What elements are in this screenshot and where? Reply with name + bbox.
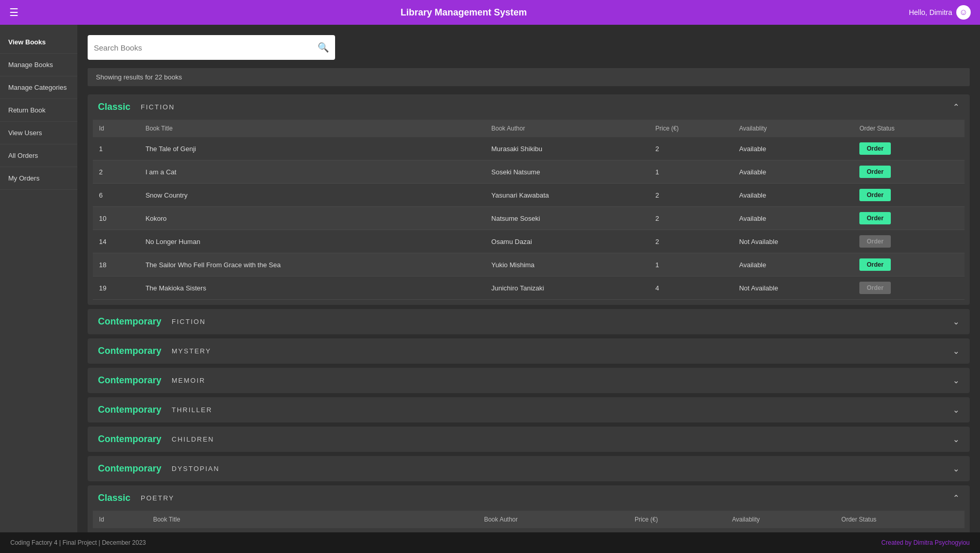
category-genre-5: Children bbox=[172, 435, 214, 443]
book-author: Soseki Natsume bbox=[485, 160, 649, 184]
order-button-0-1[interactable]: Order bbox=[859, 166, 891, 178]
chevron-icon-5: ⌄ bbox=[953, 434, 959, 444]
sidebar-item-return-book[interactable]: Return Book bbox=[0, 99, 77, 122]
category-section-4: Contemporary Thriller ⌄ bbox=[88, 397, 970, 422]
table-row: 14 No Longer Human Osamu Dazai 2 Not Ava… bbox=[93, 230, 965, 253]
book-availability: Available bbox=[733, 137, 854, 160]
col-price: Price (€) bbox=[649, 120, 733, 137]
book-title: Snow Country bbox=[139, 184, 485, 207]
order-button-0-5[interactable]: Order bbox=[859, 258, 891, 271]
footer-credit-prefix: Created by bbox=[882, 539, 913, 546]
sidebar-item-all-orders[interactable]: All Orders bbox=[0, 144, 77, 167]
search-input[interactable] bbox=[94, 43, 318, 52]
category-name-7: Classic bbox=[98, 493, 130, 503]
col-id: Id bbox=[93, 511, 147, 528]
category-header-3[interactable]: Contemporary Memoir ⌄ bbox=[88, 368, 970, 393]
book-author: Murasaki Shikibu bbox=[485, 137, 649, 160]
order-button-0-3[interactable]: Order bbox=[859, 212, 891, 224]
sidebar-item-view-books[interactable]: View Books bbox=[0, 31, 77, 54]
col-title: Book Title bbox=[139, 120, 485, 137]
chevron-icon-1: ⌄ bbox=[953, 317, 959, 327]
book-title: I am a Cat bbox=[139, 160, 485, 184]
category-header-2[interactable]: Contemporary Mystery ⌄ bbox=[88, 338, 970, 364]
book-author: Junichiro Tanizaki bbox=[485, 276, 649, 300]
category-header-4[interactable]: Contemporary Thriller ⌄ bbox=[88, 397, 970, 422]
table-container-0: Id Book Title Book Author Price (€) Avai… bbox=[88, 120, 970, 305]
book-author: Yukio Mishima bbox=[485, 253, 649, 276]
sidebar-item-view-users[interactable]: View Users bbox=[0, 122, 77, 144]
table-row: 2 I am a Cat Soseki Natsume 1 Available … bbox=[93, 160, 965, 184]
chevron-icon-4: ⌄ bbox=[953, 405, 959, 415]
col-author: Book Author bbox=[478, 511, 628, 528]
category-left-6: Contemporary Dystopian bbox=[98, 463, 220, 474]
category-name-2: Contemporary bbox=[98, 346, 161, 356]
header-user: Hello, Dimitra ☺ bbox=[909, 5, 971, 20]
category-left-2: Contemporary Mystery bbox=[98, 346, 211, 356]
order-button-0-2[interactable]: Order bbox=[859, 189, 891, 201]
category-genre-7: Poetry bbox=[141, 494, 174, 502]
book-price: 2 bbox=[649, 230, 733, 253]
table-row: 1 The Tale of Genji Murasaki Shikibu 2 A… bbox=[93, 137, 965, 160]
book-id: 1 bbox=[93, 137, 139, 160]
book-order-cell: Order bbox=[853, 253, 965, 276]
book-id: 6 bbox=[93, 184, 139, 207]
category-name-1: Contemporary bbox=[98, 316, 161, 327]
book-author: Osamu Dazai bbox=[485, 230, 649, 253]
col-availability: Availablity bbox=[726, 511, 835, 528]
book-title: The Sailor Who Fell From Grace with the … bbox=[139, 253, 485, 276]
book-availability: Not Available bbox=[733, 276, 854, 300]
book-price: 2 bbox=[649, 184, 733, 207]
order-button-0-6: Order bbox=[859, 282, 891, 294]
book-title: No Longer Human bbox=[139, 230, 485, 253]
category-genre-4: Thriller bbox=[172, 406, 212, 414]
category-header-1[interactable]: Contemporary Fiction ⌄ bbox=[88, 309, 970, 334]
col-id: Id bbox=[93, 120, 139, 137]
book-author: Yasunari Kawabata bbox=[485, 184, 649, 207]
menu-icon[interactable]: ☰ bbox=[9, 6, 19, 19]
category-header-0[interactable]: Classic Fiction ⌃ bbox=[88, 94, 970, 120]
col-author: Book Author bbox=[485, 120, 649, 137]
book-order-cell: Order bbox=[853, 184, 965, 207]
order-button-0-4: Order bbox=[859, 235, 891, 248]
categories-container: Classic Fiction ⌃ Id Book Title Book Aut… bbox=[88, 94, 970, 553]
category-section-5: Contemporary Children ⌄ bbox=[88, 427, 970, 452]
book-price: 1 bbox=[649, 253, 733, 276]
book-order-cell: Order bbox=[853, 160, 965, 184]
col-title: Book Title bbox=[147, 511, 478, 528]
book-author: Natsume Soseki bbox=[485, 207, 649, 230]
book-order-cell: Order bbox=[853, 230, 965, 253]
chevron-icon-0: ⌃ bbox=[953, 102, 959, 112]
book-price: 2 bbox=[649, 207, 733, 230]
category-genre-6: Dystopian bbox=[172, 465, 220, 473]
search-icon[interactable]: 🔍 bbox=[318, 42, 329, 53]
header: ☰ Library Management System Hello, Dimit… bbox=[0, 0, 980, 25]
category-section-0: Classic Fiction ⌃ Id Book Title Book Aut… bbox=[88, 94, 970, 305]
book-availability: Available bbox=[733, 184, 854, 207]
book-price: 2 bbox=[649, 137, 733, 160]
book-title: The Tale of Genji bbox=[139, 137, 485, 160]
table-row: 10 Kokoro Natsume Soseki 2 Available Ord… bbox=[93, 207, 965, 230]
book-availability: Not Available bbox=[733, 230, 854, 253]
book-availability: Available bbox=[733, 207, 854, 230]
chevron-icon-7: ⌃ bbox=[953, 493, 959, 503]
category-left-0: Classic Fiction bbox=[98, 102, 175, 112]
book-id: 18 bbox=[93, 253, 139, 276]
book-availability: Available bbox=[733, 253, 854, 276]
user-greeting: Hello, Dimitra bbox=[909, 8, 952, 17]
category-header-7[interactable]: Classic Poetry ⌃ bbox=[88, 485, 970, 511]
category-section-1: Contemporary Fiction ⌄ bbox=[88, 309, 970, 334]
chevron-icon-3: ⌄ bbox=[953, 376, 959, 385]
sidebar-item-my-orders[interactable]: My Orders bbox=[0, 167, 77, 190]
sidebar-item-manage-categories[interactable]: Manage Categories bbox=[0, 76, 77, 99]
category-header-5[interactable]: Contemporary Children ⌄ bbox=[88, 427, 970, 452]
results-count: Showing results for 22 books bbox=[88, 68, 970, 86]
category-header-6[interactable]: Contemporary Dystopian ⌄ bbox=[88, 456, 970, 481]
footer-credit-name: Dimitra Psychogyiou bbox=[913, 539, 970, 546]
header-title: Library Management System bbox=[401, 7, 527, 18]
category-genre-2: Mystery bbox=[172, 347, 211, 355]
order-button-0-0[interactable]: Order bbox=[859, 142, 891, 155]
sidebar-item-manage-books[interactable]: Manage Books bbox=[0, 54, 77, 76]
footer-left: Coding Factory 4 | Final Project | Decem… bbox=[10, 539, 146, 546]
col-price: Price (€) bbox=[628, 511, 726, 528]
category-section-6: Contemporary Dystopian ⌄ bbox=[88, 456, 970, 481]
